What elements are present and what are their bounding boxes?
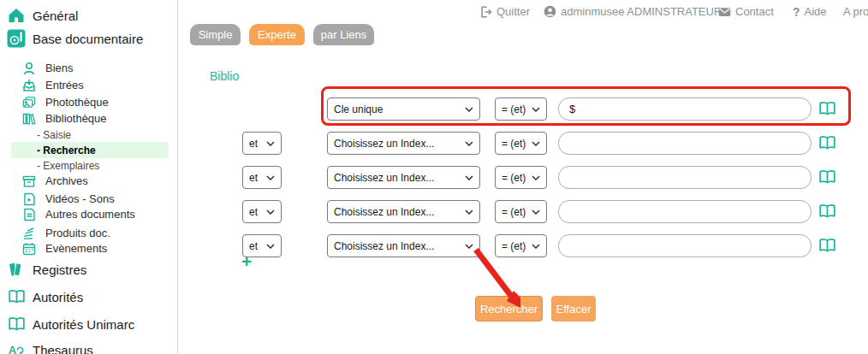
operator-select[interactable]: = (et): [495, 166, 547, 189]
contact-link[interactable]: Contact: [718, 4, 774, 19]
boolean-select-value: et: [249, 240, 258, 252]
chevron-down-icon: [266, 141, 275, 146]
index-select[interactable]: Choisissez un Index...: [327, 234, 480, 257]
about-link[interactable]: A pro: [843, 4, 868, 19]
criteria-row: et Choisissez un Index... = (et): [0, 234, 868, 257]
index-lookup-book-icon[interactable]: [818, 135, 836, 151]
index-lookup-book-icon[interactable]: [818, 238, 836, 254]
sidebar-item-label: Entrées: [45, 79, 84, 91]
index-select-value: Choisissez un Index...: [334, 172, 434, 184]
sidebar-item-thesaurus[interactable]: A Thesaurus: [0, 340, 177, 354]
criteria-value-input[interactable]: [558, 132, 812, 155]
sidebar-item-autorites[interactable]: Autorités: [0, 287, 177, 306]
index-lookup-book-icon[interactable]: [818, 204, 836, 220]
index-select-value: Choisissez un Index...: [334, 206, 434, 218]
chevron-down-icon: [532, 244, 540, 249]
index-select-value: Choisissez un Index...: [334, 138, 434, 150]
criteria-value-input[interactable]: [558, 166, 812, 189]
chevron-down-icon: [465, 175, 473, 180]
chevron-down-icon: [266, 244, 275, 249]
operator-select[interactable]: = (et): [495, 97, 547, 121]
chevron-down-icon: [532, 141, 540, 146]
tab-experte[interactable]: Experte: [249, 24, 305, 45]
thesaurus-icon: A: [7, 341, 26, 354]
index-select[interactable]: Choisissez un Index...: [327, 200, 480, 223]
sidebar-item-general[interactable]: Général: [0, 5, 177, 26]
boolean-select-value: et: [249, 138, 258, 150]
operator-select-value: = (et): [502, 240, 526, 252]
add-criteria-button[interactable]: +: [241, 253, 252, 270]
criteria-value-input[interactable]: [558, 234, 812, 257]
index-select-value: Choisissez un Index...: [334, 240, 434, 252]
chevron-down-icon: [266, 175, 275, 180]
boolean-select-value: et: [249, 206, 258, 218]
tab-label: Experte: [258, 28, 296, 41]
chevron-down-icon: [465, 141, 473, 146]
operator-select[interactable]: = (et): [495, 234, 547, 257]
boolean-select[interactable]: et: [242, 200, 282, 223]
chevron-down-icon: [532, 209, 540, 215]
inbox-arrow-icon: [22, 79, 36, 92]
registers-books-icon: [7, 261, 26, 278]
envelope-icon: [718, 7, 731, 17]
sidebar-item-label: Autorités: [33, 290, 83, 304]
help-link[interactable]: ? Aide: [793, 4, 827, 19]
boolean-select-value: et: [249, 172, 258, 184]
sidebar-item-label: Général: [33, 9, 78, 23]
tab-label: Simple: [199, 28, 233, 41]
criteria-value-input[interactable]: [558, 97, 812, 121]
documentary-base-icon: [7, 29, 26, 48]
user-label: adminmusee ADMINSTRATEUR: [561, 5, 722, 18]
operator-select-value: = (et): [502, 206, 526, 218]
about-label: A pro: [843, 5, 868, 18]
chevron-down-icon: [465, 107, 473, 112]
tab-par-liens[interactable]: par Liens: [313, 24, 374, 45]
sidebar-item-registres[interactable]: Registres: [0, 260, 177, 279]
sidebar-item-biens[interactable]: Biens: [0, 60, 177, 76]
sidebar-item-entrees[interactable]: Entrées: [0, 77, 177, 93]
tab-simple[interactable]: Simple: [190, 24, 241, 45]
user-menu[interactable]: adminmusee ADMINSTRATEUR: [544, 4, 722, 19]
logout-link[interactable]: Quitter: [479, 4, 530, 19]
help-label: Aide: [805, 5, 827, 18]
index-lookup-book-icon[interactable]: [818, 169, 836, 186]
open-book-icon: [7, 316, 26, 333]
chevron-down-icon: [532, 107, 540, 112]
index-select[interactable]: Choisissez un Index...: [327, 132, 480, 155]
index-select[interactable]: Cle unique: [327, 97, 480, 121]
form-group-label: Biblio: [210, 69, 239, 83]
logout-icon: [479, 6, 492, 18]
tab-label: par Liens: [321, 28, 366, 41]
person-bust-icon: [22, 62, 36, 75]
criteria-row: et Choisissez un Index... = (et): [0, 132, 868, 155]
criteria-row: Cle unique = (et): [0, 97, 868, 121]
sidebar-item-label: Thesaurus: [33, 343, 93, 354]
search-button[interactable]: Rechercher: [475, 296, 543, 322]
question-mark-icon: ?: [793, 5, 800, 19]
chevron-down-icon: [532, 175, 540, 180]
operator-select-value: = (et): [502, 103, 526, 115]
sidebar-item-autorites-unimarc[interactable]: Autorités Unimarc: [0, 315, 177, 333]
logout-label: Quitter: [496, 5, 530, 18]
operator-select[interactable]: = (et): [495, 200, 547, 223]
criteria-row: et Choisissez un Index... = (et): [0, 200, 868, 223]
app-window: { "header": { "quit_label": "Quitter", "…: [0, 0, 868, 354]
boolean-select[interactable]: et: [242, 166, 282, 189]
index-select[interactable]: Choisissez un Index...: [327, 166, 480, 189]
open-book-icon: [7, 288, 26, 305]
boolean-select[interactable]: et: [242, 132, 282, 155]
chevron-down-icon: [465, 209, 473, 215]
sidebar-item-label: Autorités Unimarc: [33, 317, 134, 332]
operator-select[interactable]: = (et): [495, 132, 547, 155]
criteria-value-input[interactable]: [558, 200, 812, 223]
index-select-value: Cle unique: [334, 103, 383, 115]
sidebar-item-label: Base documentaire: [33, 32, 143, 46]
chevron-down-icon: [266, 209, 275, 215]
operator-select-value: = (et): [502, 138, 526, 150]
home-icon: [7, 6, 26, 25]
sidebar-item-label: Biens: [45, 62, 74, 74]
index-lookup-book-icon[interactable]: [818, 101, 836, 117]
sidebar-item-base-documentaire[interactable]: Base documentaire: [0, 28, 177, 49]
chevron-down-icon: [465, 244, 473, 249]
clear-button[interactable]: Effacer: [551, 296, 596, 322]
